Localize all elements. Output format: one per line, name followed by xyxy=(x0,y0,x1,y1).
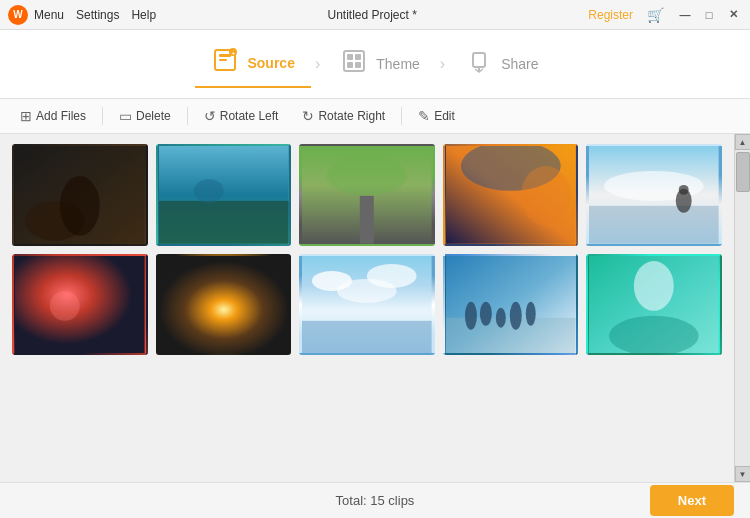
svg-point-35 xyxy=(337,279,397,303)
title-bar: W Menu Settings Help Untitled Project * … xyxy=(0,0,750,30)
photo-thumb-9[interactable] xyxy=(443,254,579,356)
svg-rect-32 xyxy=(302,321,432,354)
delete-icon: ▭ xyxy=(119,108,132,124)
share-step-label: Share xyxy=(501,56,538,72)
svg-rect-7 xyxy=(355,54,361,60)
photo-thumb-5[interactable] xyxy=(586,144,722,246)
delete-label: Delete xyxy=(136,109,171,123)
wizard-sep-1: › xyxy=(311,55,324,73)
theme-step-icon xyxy=(340,47,368,81)
toolbar-sep-3 xyxy=(401,107,402,125)
svg-rect-30 xyxy=(159,256,289,354)
photo-thumb-7[interactable] xyxy=(156,254,292,356)
svg-rect-5 xyxy=(344,51,364,71)
main-content: ▲ ▼ xyxy=(0,134,750,482)
edit-button[interactable]: ✎ Edit xyxy=(408,105,465,127)
svg-point-38 xyxy=(465,302,477,330)
menu-item-menu[interactable]: Menu xyxy=(34,8,64,22)
rotate-left-icon: ↺ xyxy=(204,108,216,124)
svg-text:+: + xyxy=(232,50,236,56)
close-button[interactable]: ✕ xyxy=(724,9,742,21)
svg-point-45 xyxy=(634,261,674,311)
rotate-right-button[interactable]: ↻ Rotate Right xyxy=(292,105,395,127)
svg-rect-6 xyxy=(347,54,353,60)
wizard-step-share[interactable]: Share xyxy=(449,41,554,87)
svg-point-40 xyxy=(496,308,506,328)
edit-icon: ✎ xyxy=(418,108,430,124)
toolbar: ⊞ Add Files ▭ Delete ↺ Rotate Left ↻ Rot… xyxy=(0,99,750,134)
maximize-button[interactable]: □ xyxy=(700,9,718,21)
photo-thumb-6[interactable] xyxy=(12,254,148,356)
svg-rect-2 xyxy=(219,59,227,61)
photo-grid xyxy=(12,144,722,355)
scrollbar-track: ▲ ▼ xyxy=(734,134,750,482)
window-title: Untitled Project * xyxy=(156,8,588,22)
source-step-label: Source xyxy=(247,55,294,71)
svg-point-19 xyxy=(327,156,407,196)
svg-point-42 xyxy=(526,302,536,326)
wizard-step-source[interactable]: + Source xyxy=(195,40,310,88)
svg-rect-8 xyxy=(347,62,353,68)
toolbar-sep-1 xyxy=(102,107,103,125)
theme-step-label: Theme xyxy=(376,56,420,72)
rotate-left-button[interactable]: ↺ Rotate Left xyxy=(194,105,289,127)
share-step-icon xyxy=(465,47,493,81)
source-step-icon: + xyxy=(211,46,239,80)
wizard-step-theme[interactable]: Theme xyxy=(324,41,436,87)
wizard-nav: + Source › Theme › Share xyxy=(0,30,750,99)
svg-rect-18 xyxy=(360,196,374,244)
svg-point-13 xyxy=(60,176,100,236)
photo-grid-area[interactable] xyxy=(0,134,734,482)
delete-button[interactable]: ▭ Delete xyxy=(109,105,181,127)
svg-rect-28 xyxy=(15,256,145,354)
photo-thumb-3[interactable] xyxy=(299,144,435,246)
photo-thumb-1[interactable] xyxy=(12,144,148,246)
svg-point-29 xyxy=(50,291,80,321)
add-files-button[interactable]: ⊞ Add Files xyxy=(10,105,96,127)
add-files-label: Add Files xyxy=(36,109,86,123)
minimize-button[interactable]: — xyxy=(676,9,694,21)
photo-thumb-8[interactable] xyxy=(299,254,435,356)
cart-icon[interactable]: 🛒 xyxy=(647,7,664,23)
svg-rect-15 xyxy=(159,201,289,244)
photo-thumb-2[interactable] xyxy=(156,144,292,246)
app-logo: W xyxy=(8,5,28,25)
rotate-right-label: Rotate Right xyxy=(318,109,385,123)
svg-point-41 xyxy=(510,302,522,330)
svg-rect-10 xyxy=(473,53,485,67)
svg-rect-24 xyxy=(589,206,719,244)
next-button[interactable]: Next xyxy=(650,485,734,516)
footer: Total: 15 clips Next xyxy=(0,482,750,518)
scrollbar-down-button[interactable]: ▼ xyxy=(735,466,751,482)
register-link[interactable]: Register xyxy=(588,8,633,22)
add-files-icon: ⊞ xyxy=(20,108,32,124)
svg-point-39 xyxy=(480,302,492,326)
toolbar-sep-2 xyxy=(187,107,188,125)
scrollbar-up-button[interactable]: ▲ xyxy=(735,134,751,150)
svg-point-22 xyxy=(521,166,571,226)
svg-point-16 xyxy=(193,179,223,203)
menu-bar: Menu Settings Help xyxy=(34,8,156,22)
photo-thumb-10[interactable] xyxy=(586,254,722,356)
menu-item-help[interactable]: Help xyxy=(131,8,156,22)
photo-thumb-4[interactable] xyxy=(443,144,579,246)
svg-point-27 xyxy=(679,185,689,195)
edit-label: Edit xyxy=(434,109,455,123)
rotate-right-icon: ↻ xyxy=(302,108,314,124)
svg-rect-1 xyxy=(219,54,231,57)
scrollbar-thumb[interactable] xyxy=(736,152,750,192)
window-controls: Register 🛒 — □ ✕ xyxy=(588,7,742,23)
total-clips-label: Total: 15 clips xyxy=(336,493,415,508)
menu-item-settings[interactable]: Settings xyxy=(76,8,119,22)
wizard-sep-2: › xyxy=(436,55,449,73)
svg-rect-9 xyxy=(355,62,361,68)
rotate-left-label: Rotate Left xyxy=(220,109,279,123)
